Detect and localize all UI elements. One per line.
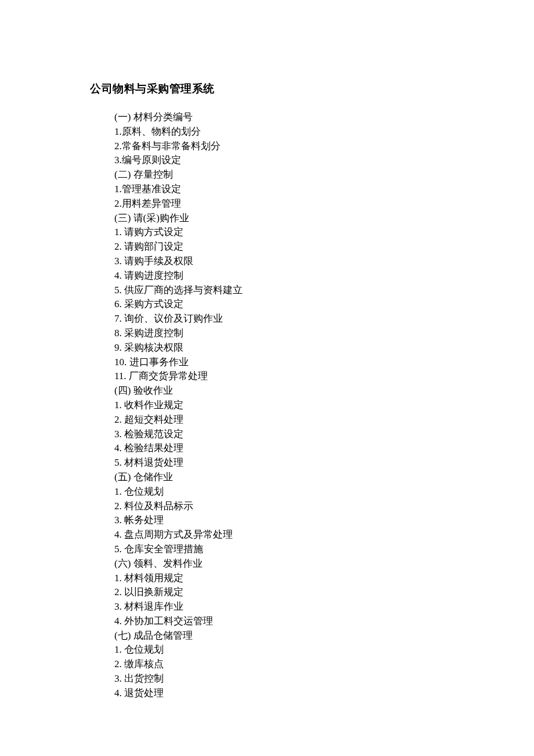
outline-item: (一) 材料分类编号 <box>114 110 534 125</box>
outline-item: 2. 请购部门设定 <box>114 240 534 254</box>
outline-item: 4. 外协加工料交运管理 <box>114 614 534 629</box>
outline-item: 3. 出货控制 <box>114 672 534 686</box>
outline-item: 1. 仓位规划 <box>114 485 534 499</box>
outline-item: 4. 盘点周期方式及异常处理 <box>114 528 534 542</box>
outline-item: 3. 帐务处理 <box>114 513 534 528</box>
outline-item: (七) 成品仓储管理 <box>114 629 534 643</box>
outline-item: 2.用料差异管理 <box>114 197 534 211</box>
outline-item: 4. 检验结果处理 <box>114 441 534 456</box>
outline-item: (五) 仓储作业 <box>114 470 534 485</box>
outline-item: 10. 进口事务作业 <box>114 355 534 370</box>
outline-item: 4. 退货处理 <box>114 686 534 701</box>
document-page: 公司物料与采购管理系统 (一) 材料分类编号 1.原料、物料的划分 2.常备料与… <box>0 0 534 701</box>
outline-item: 5. 仓库安全管理措施 <box>114 542 534 557</box>
outline-item: 4. 请购进度控制 <box>114 269 534 283</box>
outline-item: 1.原料、物料的划分 <box>114 125 534 139</box>
outline-item: 2.常备料与非常备料划分 <box>114 139 534 154</box>
outline-item: 11. 厂商交货异常处理 <box>114 369 534 384</box>
outline-item: 2. 以旧换新规定 <box>114 585 534 600</box>
outline-item: (四) 验收作业 <box>114 384 534 398</box>
outline-item: 1. 收料作业规定 <box>114 398 534 413</box>
outline-item: 3. 请购手续及权限 <box>114 254 534 269</box>
outline-item: 5. 材料退货处理 <box>114 456 534 470</box>
outline-item: 5. 供应厂商的选择与资料建立 <box>114 283 534 298</box>
outline-item: (二) 存量控制 <box>114 168 534 182</box>
outline-item: 8. 采购进度控制 <box>114 326 534 341</box>
outline-item: 3.编号原则设定 <box>114 153 534 168</box>
outline-item: (六) 领料、发料作业 <box>114 557 534 571</box>
outline-item: 9. 采购核决权限 <box>114 341 534 355</box>
outline-item: 1. 仓位规划 <box>114 643 534 657</box>
document-title: 公司物料与采购管理系统 <box>90 81 534 96</box>
outline-item: 1. 材料领用规定 <box>114 571 534 586</box>
outline-item: 6. 采购方式设定 <box>114 297 534 312</box>
outline-item: 1.管理基准设定 <box>114 182 534 197</box>
outline-item: 3. 材料退库作业 <box>114 600 534 614</box>
outline-item: 3. 检验规范设定 <box>114 427 534 442</box>
outline-item: 2. 缴库核点 <box>114 657 534 672</box>
outline-item: (三) 请(采)购作业 <box>114 211 534 226</box>
outline-item: 1. 请购方式设定 <box>114 225 534 240</box>
outline-item: 2. 超短交料处理 <box>114 413 534 427</box>
document-content: (一) 材料分类编号 1.原料、物料的划分 2.常备料与非常备料划分 3.编号原… <box>90 110 534 701</box>
outline-item: 7. 询价、议价及订购作业 <box>114 312 534 326</box>
outline-item: 2. 料位及料品标示 <box>114 499 534 514</box>
